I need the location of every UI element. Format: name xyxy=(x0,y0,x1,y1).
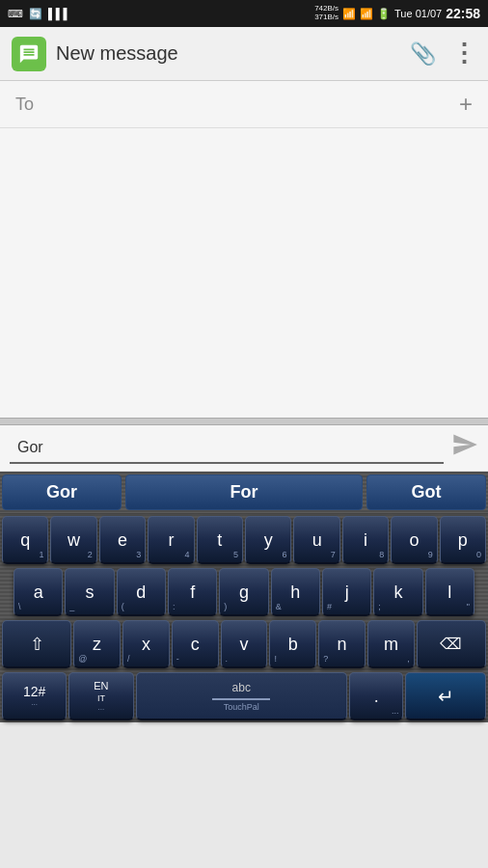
enter-key[interactable]: ↵ xyxy=(405,672,486,720)
key-k[interactable]: k; xyxy=(373,568,422,616)
date-display: Tue 01/07 xyxy=(394,8,442,19)
key-h[interactable]: h& xyxy=(271,568,320,616)
key-n[interactable]: n? xyxy=(318,620,366,668)
language-key[interactable]: ENIT ... xyxy=(68,672,133,720)
message-input[interactable] xyxy=(10,433,444,464)
key-f[interactable]: f: xyxy=(168,568,217,616)
keyboard-row-1: q1 w2 e3 r4 t5 y6 u7 i8 o9 p0 xyxy=(0,514,488,566)
key-j[interactable]: j# xyxy=(322,568,371,616)
shift-key[interactable]: ⇧ xyxy=(2,620,71,668)
key-p[interactable]: p0 xyxy=(440,516,486,564)
backspace-key[interactable]: ⌫ xyxy=(417,620,486,668)
compose-area: To + xyxy=(0,81,488,418)
app-logo xyxy=(12,37,46,71)
keyboard-row-2: a\ s_ d( f: g) h& j# k; l" xyxy=(0,566,488,618)
key-o[interactable]: o9 xyxy=(391,516,437,564)
page-title: New message xyxy=(56,42,410,65)
signal-bars-icon: ▌▌▌ xyxy=(48,8,70,19)
keyboard: Gor For Got q1 w2 e3 r4 t5 y6 u7 i8 o9 p… xyxy=(0,472,488,722)
key-u[interactable]: u7 xyxy=(293,516,339,564)
keyboard-row-4: 12# ... ENIT ... abc TouchPal . ... ↵ xyxy=(0,670,488,722)
key-w[interactable]: w2 xyxy=(50,516,96,564)
suggestion-input-bar xyxy=(0,425,488,472)
numbers-key[interactable]: 12# ... xyxy=(2,672,67,720)
key-e[interactable]: e3 xyxy=(99,516,146,564)
suggestion-got[interactable]: Got xyxy=(366,475,486,510)
send-button[interactable] xyxy=(451,431,478,465)
key-s[interactable]: s_ xyxy=(65,568,114,616)
add-recipient-button[interactable]: + xyxy=(459,91,473,118)
key-t[interactable]: t5 xyxy=(197,516,243,564)
key-g[interactable]: g) xyxy=(219,568,268,616)
key-v[interactable]: v. xyxy=(221,620,268,668)
suggestion-gor[interactable]: Gor xyxy=(2,475,122,510)
app-bar: New message 📎 ⋮ xyxy=(0,27,488,81)
time-display: 22:58 xyxy=(446,6,480,21)
keyboard-icon: ⌨ xyxy=(8,8,23,20)
to-label: To xyxy=(15,95,44,115)
network-speed: 742B/s 371B/s xyxy=(314,5,339,22)
key-a[interactable]: a\ xyxy=(14,568,63,616)
key-c[interactable]: c- xyxy=(172,620,219,668)
wifi-icon: 📶 xyxy=(342,8,356,20)
key-x[interactable]: x/ xyxy=(122,620,170,668)
keyboard-row-3: ⇧ z@ x/ c- v. b! n? m, ⌫ xyxy=(0,618,488,670)
status-icons-left: ⌨ 🔄 ▌▌▌ xyxy=(8,8,70,20)
key-b[interactable]: b! xyxy=(269,620,316,668)
space-key[interactable]: abc TouchPal xyxy=(136,672,348,720)
key-r[interactable]: r4 xyxy=(148,516,194,564)
key-q[interactable]: q1 xyxy=(2,516,48,564)
key-l[interactable]: l" xyxy=(425,568,474,616)
message-body[interactable] xyxy=(0,128,488,418)
suggestion-row: Gor For Got xyxy=(0,472,488,514)
to-row: To + xyxy=(0,81,488,128)
status-bar: ⌨ 🔄 ▌▌▌ 742B/s 371B/s 📶 📶 🔋 Tue 01/07 22… xyxy=(0,0,488,27)
key-i[interactable]: i8 xyxy=(342,516,389,564)
status-right: 742B/s 371B/s 📶 📶 🔋 Tue 01/07 22:58 xyxy=(314,5,480,22)
attach-button[interactable]: 📎 xyxy=(410,41,436,67)
app-bar-actions: 📎 ⋮ xyxy=(410,39,476,68)
key-m[interactable]: m, xyxy=(367,620,415,668)
key-z[interactable]: z@ xyxy=(73,620,121,668)
period-key[interactable]: . ... xyxy=(349,672,403,720)
signal-icon: 📶 xyxy=(360,8,373,20)
battery-icon: 🔋 xyxy=(377,8,391,20)
divider xyxy=(0,418,488,425)
key-d[interactable]: d( xyxy=(117,568,166,616)
sync-icon: 🔄 xyxy=(29,8,42,20)
key-y[interactable]: y6 xyxy=(245,516,291,564)
suggestion-for[interactable]: For xyxy=(125,475,363,510)
to-input[interactable] xyxy=(54,95,459,113)
more-menu-button[interactable]: ⋮ xyxy=(451,39,476,68)
